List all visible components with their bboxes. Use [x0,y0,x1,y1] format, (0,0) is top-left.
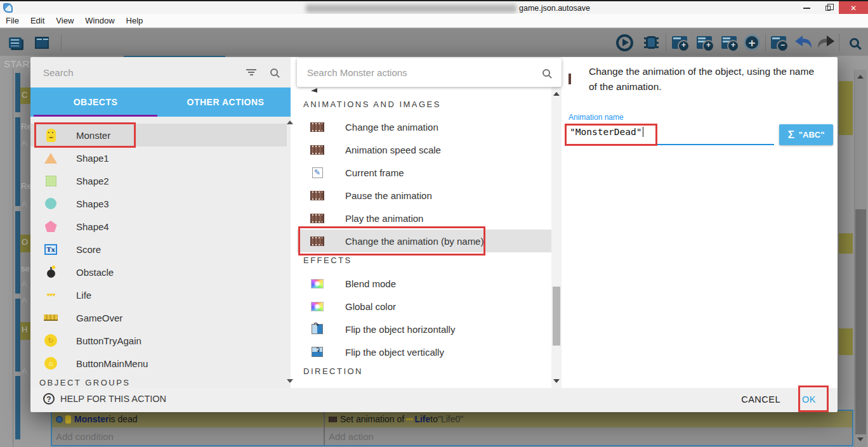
event-text-fragment: A [22,295,27,305]
add-plus-icon[interactable]: + [740,31,763,54]
object-item-score[interactable]: Tx Score [30,238,287,261]
actions-search-input[interactable] [297,67,542,78]
events-sheet-icon[interactable] [4,31,27,54]
scroll-up-arrow-icon[interactable] [857,75,864,79]
home-button-icon: ⌂ [43,357,58,370]
section-animations-header: ANIMATIONS AND IMAGES [303,100,441,109]
redo-icon[interactable] [815,31,838,54]
scroll-down-arrow-icon[interactable] [553,379,560,383]
scroll-down-arrow-icon[interactable] [857,437,864,441]
text-object-icon: Tx [43,244,58,255]
scroll-up-arrow-icon[interactable] [553,92,560,96]
condition-text: is dead [109,414,137,424]
add-action-button[interactable]: Add action [325,427,852,445]
actions-search-bar [297,58,562,87]
pentagon-icon [43,221,58,232]
menu-edit[interactable]: Edit [25,15,50,27]
add-event-icon[interactable] [668,31,691,54]
action-label: Flip the object vertically [345,347,444,358]
action-item-play-animation[interactable]: Play the animation [297,207,551,230]
action-item-flip-horizontally[interactable]: Flip the object horizontally [297,318,551,340]
object-item-shape1[interactable]: Shape1 [30,146,287,169]
condition-line[interactable]: Monster is dead [52,411,324,427]
event-text-fragment: H [22,325,27,334]
parameters-panel: Change the animation of the object, usin… [562,57,838,388]
menu-file[interactable]: File [0,15,25,27]
cancel-button[interactable]: CANCEL [741,394,780,405]
action-item-flip-vertically[interactable]: Flip the object vertically [297,340,551,363]
square-icon [43,176,58,186]
expression-editor-button[interactable]: Σ "ABC" [779,124,833,145]
add-comment-icon[interactable] [718,31,740,54]
objects-tab-bar: OBJECTS OTHER ACTIONS [30,87,291,117]
play-icon[interactable] [613,31,636,54]
scene-editor-icon[interactable] [30,31,53,54]
object-item-gameover[interactable]: GameOver [30,306,287,329]
app-logo-icon [3,3,13,13]
object-item-shape2[interactable]: Shape2 [30,169,287,192]
menu-help[interactable]: Help [121,15,149,27]
object-item-shape3[interactable]: Shape3 [30,192,287,215]
help-for-this-action-button[interactable]: ? HELP FOR THIS ACTION [43,393,166,405]
filmstrip-icon [310,236,325,246]
object-item-life[interactable]: ♥♥♥ Life [30,283,287,306]
filmstrip-mini-icon [329,417,337,422]
action-item-animation-speed-scale[interactable]: Animation speed scale [297,138,551,161]
object-item-shape4[interactable]: Shape4 [30,215,287,238]
action-line[interactable]: Set animation of ♥♥♥ Life to "Life0" [325,411,852,427]
help-label: HELP FOR THIS ACTION [60,394,166,404]
object-label: Shape3 [76,198,109,209]
toolbar-separator [839,34,839,51]
add-subevent-icon[interactable] [693,31,716,54]
event-text-fragment: C [22,90,27,100]
object-item-buttontryagain[interactable]: ↻ ButtonTryAgain [30,329,287,352]
undo-icon[interactable] [792,31,815,54]
circle-icon [43,198,58,209]
menu-view[interactable]: View [50,15,79,27]
actions-scrollbar-thumb[interactable] [553,287,560,346]
action-item-global-color[interactable]: Global color [297,295,551,318]
search-icon[interactable] [270,68,278,76]
debug-icon[interactable] [640,31,662,54]
retry-button-icon: ↻ [43,334,58,347]
tab-objects[interactable]: OBJECTS [30,87,161,117]
event-text-fragment: se [21,264,30,273]
action-item-pause-animation[interactable]: Pause the animation [297,184,551,207]
triangle-icon [43,153,58,164]
object-label: Shape4 [76,221,109,232]
action-label: Change the animation (by name) [345,236,483,247]
scroll-up-arrow-icon[interactable] [287,120,293,124]
selected-event-row[interactable]: Monster is dead Add condition Set animat… [51,410,853,446]
scroll-down-arrow-icon[interactable] [287,379,293,383]
minimize-icon [803,8,810,9]
filmstrip-icon [569,74,571,85]
object-groups-header: OBJECT GROUPS [39,378,131,387]
toolbar-separator [61,34,62,51]
object-item-monster[interactable]: Monster [30,124,287,146]
object-item-obstacle[interactable]: Obstacle [30,261,287,283]
action-item-current-frame[interactable]: ✎ Current frame [297,161,551,184]
close-button[interactable]: ✕ [839,1,868,15]
tab-other-actions[interactable]: OTHER ACTIONS [161,87,291,117]
search-icon[interactable] [542,69,550,77]
search-icon[interactable] [843,31,865,54]
clipped-row-fragment [311,88,317,93]
restore-button[interactable] [817,1,839,15]
actions-cell: Set animation of ♥♥♥ Life to "Life0" Add… [325,411,852,445]
app-scrollbar-thumb[interactable] [855,209,866,434]
filter-icon[interactable] [246,68,256,77]
action-item-change-animation-by-name[interactable]: Change the animation (by name) [297,230,551,252]
object-item-buttonmainmenu[interactable]: ⌂ ButtonMainMenu [30,352,287,375]
action-item-blend-mode[interactable]: Blend mode [297,272,551,295]
add-condition-button[interactable]: Add condition [52,427,324,445]
animation-name-field[interactable]: "MonsterDead" [570,127,643,137]
action-item-change-animation[interactable]: Change the animation [297,115,551,138]
comment-block-fragment [839,328,853,355]
ok-button[interactable]: OK [802,394,816,405]
actions-scrollbar[interactable] [551,87,562,388]
objects-search-input[interactable] [30,67,246,78]
delete-event-icon[interactable] [767,31,790,54]
project-path-blurred [306,4,516,13]
menu-window[interactable]: Window [79,15,120,27]
minimize-button[interactable] [796,1,817,15]
